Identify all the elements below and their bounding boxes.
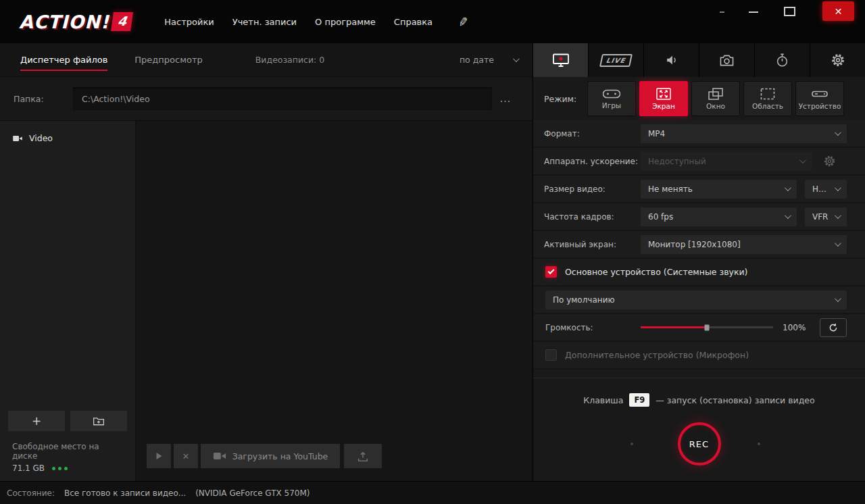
tab-live-streaming[interactable]: LIVE xyxy=(588,43,643,77)
active-screen-label: Активный экран: xyxy=(544,240,641,249)
volume-label: Громкость: xyxy=(545,323,641,332)
main-area: Диспетчер файлов Предпросмотр Видеозапис… xyxy=(0,43,865,481)
minimize-icon[interactable] xyxy=(749,11,758,13)
chevron-down-icon xyxy=(835,184,841,191)
mode-label: Режим: xyxy=(544,94,587,104)
folder-row: Папка: C:\Action!\Video ... xyxy=(0,77,533,121)
hotkey-key-badge: F9 xyxy=(629,393,649,407)
live-badge: LIVE xyxy=(599,54,633,67)
secondary-audio-checkbox[interactable] xyxy=(545,349,557,361)
menu-item-help[interactable]: Справка xyxy=(394,17,432,27)
add-folder-button[interactable]: + xyxy=(8,411,65,431)
screen-capture-icon xyxy=(656,87,672,101)
free-space: Свободное место на диске 71.1 GB xyxy=(8,431,127,481)
recording-settings-panel: LIVE xyxy=(533,43,865,481)
rec-area: REC xyxy=(533,407,865,481)
hw-settings-gear-icon[interactable] xyxy=(823,155,836,168)
tab-video-recording[interactable] xyxy=(533,43,588,77)
tab-file-manager[interactable]: Диспетчер файлов xyxy=(20,55,107,65)
primary-audio-row: Основное устройство (Системные звуки) xyxy=(533,259,865,286)
reset-icon xyxy=(828,322,839,333)
menu-item-accounts[interactable]: Учетн. записи xyxy=(232,17,297,27)
tree-bottom: + xyxy=(0,411,135,481)
primary-audio-checkbox[interactable] xyxy=(545,266,557,278)
video-size-mode-value: Не м... xyxy=(812,184,829,194)
tab-settings[interactable] xyxy=(810,43,865,77)
sort-by-dropdown[interactable]: по дате xyxy=(460,55,518,65)
volume-reset-button[interactable] xyxy=(820,318,847,337)
format-label: Формат: xyxy=(544,129,641,138)
decorative-dot xyxy=(631,443,633,445)
chevron-down-icon xyxy=(785,184,791,191)
free-space-value: 71.1 GB xyxy=(12,463,45,473)
folder-label: Папка: xyxy=(14,94,73,104)
window-controls: ✕ xyxy=(720,0,865,43)
active-screen-value: Монитор [1920x1080] xyxy=(648,240,829,249)
title-bar: ACTION! 4 Настройки Учетн. записи О прог… xyxy=(0,0,865,43)
volume-slider-handle[interactable] xyxy=(705,324,710,330)
file-manager-panel: Диспетчер файлов Предпросмотр Видеозапис… xyxy=(0,43,533,481)
rec-button[interactable]: REC xyxy=(678,422,721,465)
file-manager-body: Video + xyxy=(0,121,533,481)
browse-button[interactable]: ... xyxy=(492,93,519,104)
logo-version-badge: 4 xyxy=(111,12,133,31)
file-action-bar: ✕ Загрузить на YouTube xyxy=(147,444,382,468)
tree-item-video[interactable]: Video xyxy=(0,121,135,143)
mode-games-button[interactable]: Игры xyxy=(587,81,636,116)
framerate-mode-dropdown[interactable]: VFR xyxy=(805,207,847,226)
volume-slider[interactable] xyxy=(641,326,773,328)
file-manager-tabs: Диспетчер файлов Предпросмотр Видеозапис… xyxy=(0,43,533,77)
mode-window-button[interactable]: Окно xyxy=(691,81,740,116)
free-space-row: 71.1 GB xyxy=(12,463,123,473)
audio-device-dropdown[interactable]: По умолчанию xyxy=(545,291,847,309)
hotkey-prefix: Клавиша xyxy=(583,395,623,405)
chevron-down-icon xyxy=(835,240,841,247)
pencil-icon[interactable]: ✎ xyxy=(457,14,470,29)
chevron-down-icon xyxy=(799,157,806,163)
tab-benchmark[interactable] xyxy=(754,43,810,77)
disk-level-dot xyxy=(52,467,55,470)
menu-item-settings[interactable]: Настройки xyxy=(164,17,214,27)
free-space-label: Свободное место на диске xyxy=(12,442,123,461)
timer-icon xyxy=(775,53,789,68)
mode-screen-button[interactable]: Экран xyxy=(639,81,688,116)
mode-window-label: Окно xyxy=(706,103,725,110)
hw-acceleration-dropdown[interactable]: Недоступный xyxy=(641,152,812,171)
recordings-count: Видеозаписи: 0 xyxy=(255,55,324,65)
maximize-icon[interactable] xyxy=(784,7,795,16)
decorative-dot xyxy=(758,443,760,445)
tree-item-label: Video xyxy=(29,133,53,143)
tab-audio-recording[interactable] xyxy=(643,43,699,77)
close-button[interactable]: ✕ xyxy=(822,1,854,21)
upload-to-youtube-button[interactable]: Загрузить на YouTube xyxy=(201,444,340,468)
device-capture-icon xyxy=(811,87,829,101)
format-row: Формат: MP4 xyxy=(533,120,865,148)
export-button[interactable] xyxy=(344,444,382,468)
chevron-down-icon xyxy=(513,55,520,62)
play-button[interactable] xyxy=(147,444,171,468)
mode-device-button[interactable]: Устройство xyxy=(795,81,844,116)
folder-path-value: C:\Action!\Video xyxy=(82,94,150,104)
close-icon: ✕ xyxy=(835,6,843,17)
format-dropdown[interactable]: MP4 xyxy=(641,124,847,143)
video-size-dropdown[interactable]: Не менять xyxy=(641,180,797,199)
framerate-dropdown[interactable]: 60 fps xyxy=(641,207,797,226)
tab-screenshots[interactable] xyxy=(699,43,754,77)
framerate-mode-value: VFR xyxy=(812,212,829,222)
secondary-audio-label: Дополнительное устройство (Микрофон) xyxy=(565,350,749,360)
section-divider xyxy=(533,378,865,378)
tab-preview[interactable]: Предпросмотр xyxy=(134,55,202,65)
primary-audio-label: Основное устройство (Системные звуки) xyxy=(565,267,747,277)
mode-area-button[interactable]: Область xyxy=(743,81,792,116)
pin-dash-icon[interactable] xyxy=(720,11,724,13)
format-value: MP4 xyxy=(648,129,829,138)
video-folder-icon xyxy=(12,134,23,143)
folder-path-input[interactable]: C:\Action!\Video xyxy=(73,87,492,110)
open-folder-button[interactable] xyxy=(70,411,127,431)
video-size-mode-dropdown[interactable]: Не м... xyxy=(805,180,847,199)
active-screen-dropdown[interactable]: Монитор [1920x1080] xyxy=(641,235,847,254)
delete-button[interactable]: ✕ xyxy=(174,444,198,468)
volume-value: 100% xyxy=(783,323,806,332)
file-list-area: ✕ Загрузить на YouTube xyxy=(135,121,533,481)
menu-item-about[interactable]: О программе xyxy=(315,17,376,27)
